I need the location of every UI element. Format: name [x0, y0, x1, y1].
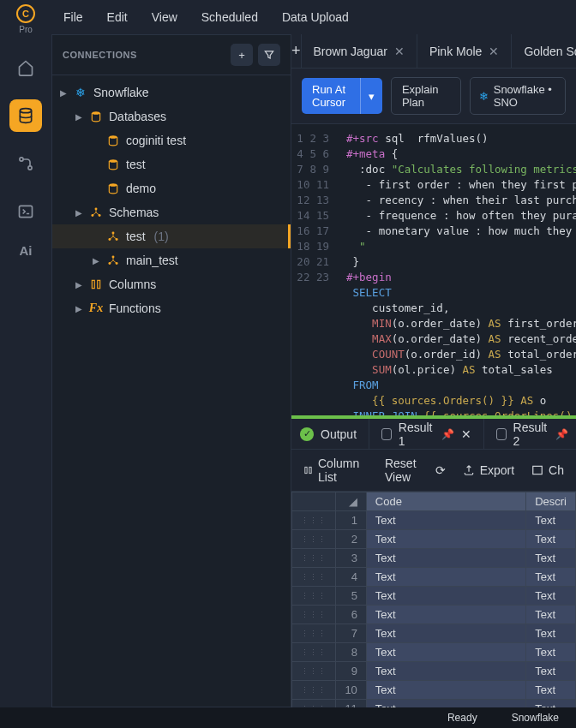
status-connection: Snowflake — [512, 712, 559, 724]
tab-brown-jaguar[interactable]: Brown Jaguar✕ — [302, 34, 417, 68]
pin-icon[interactable]: 📌 — [555, 428, 568, 440]
tree-schemas[interactable]: ▶Schemas — [52, 200, 291, 224]
table-row[interactable]: ⋮⋮⋮8TextText — [292, 643, 576, 662]
menu-data-upload[interactable]: Data Upload — [282, 10, 349, 24]
close-icon[interactable]: ✕ — [489, 45, 499, 58]
menu-file[interactable]: File — [63, 10, 83, 24]
table-row[interactable]: ⋮⋮⋮3TextText — [292, 549, 576, 568]
success-icon: ✓ — [300, 427, 314, 441]
chart-button[interactable]: Ch — [531, 463, 564, 477]
column-list-button[interactable]: Column List — [303, 456, 368, 484]
filter-button[interactable] — [258, 44, 280, 66]
menu-view[interactable]: View — [152, 10, 177, 24]
tree-functions[interactable]: ▶FxFunctions — [52, 296, 291, 320]
svg-rect-17 — [92, 280, 94, 288]
tree-snowflake[interactable]: ▶❄Snowflake — [52, 81, 291, 104]
result-2-tab[interactable]: Result 2📌✕ — [484, 419, 576, 449]
columns-icon — [88, 278, 104, 290]
snowflake-icon: ❄ — [479, 90, 489, 103]
code-editor[interactable]: 1 2 3 4 5 6 7 8 9 10 11 12 13 14 15 16 1… — [291, 124, 576, 415]
table-row[interactable]: ⋮⋮⋮5TextText — [292, 587, 576, 606]
table-row[interactable]: ⋮⋮⋮1TextText — [292, 511, 576, 530]
rail-pipeline[interactable] — [9, 147, 42, 180]
function-icon: Fx — [88, 301, 104, 315]
menu-edit[interactable]: Edit — [107, 10, 128, 24]
result-grid[interactable]: ◢CodeDescri ⋮⋮⋮1TextText⋮⋮⋮2TextText⋮⋮⋮3… — [291, 492, 576, 707]
tab-pink-mole[interactable]: Pink Mole✕ — [417, 34, 512, 68]
tab-golden-squirrel[interactable]: Golden Squirr — [512, 34, 576, 68]
schema-icon — [105, 230, 121, 242]
schema-icon — [105, 254, 121, 266]
run-button[interactable]: Run At Cursor — [302, 78, 369, 114]
add-connection-button[interactable]: + — [231, 44, 253, 66]
column-header-code[interactable]: Code — [366, 492, 525, 511]
run-dropdown[interactable]: ▾ — [360, 78, 382, 114]
svg-rect-20 — [309, 467, 311, 473]
sidebar-title: CONNECTIONS — [63, 50, 137, 60]
svg-point-7 — [109, 183, 117, 187]
column-header-desc[interactable]: Descri — [526, 492, 576, 511]
table-row[interactable]: ⋮⋮⋮4TextText — [292, 568, 576, 587]
output-tab[interactable]: ✓Output — [291, 419, 369, 449]
table-row[interactable]: ⋮⋮⋮7TextText — [292, 624, 576, 643]
tree-db-test[interactable]: test — [52, 152, 291, 176]
explain-plan-button[interactable]: Explain Plan — [391, 77, 461, 115]
svg-point-5 — [109, 135, 117, 139]
tree-schema-test[interactable]: test(1) — [52, 224, 291, 248]
svg-rect-21 — [533, 466, 543, 474]
database-icon — [88, 110, 104, 122]
app-edition: Pro — [19, 25, 33, 34]
menu-scheduled[interactable]: Scheduled — [201, 10, 258, 24]
table-row[interactable]: ⋮⋮⋮9TextText — [292, 662, 576, 681]
database-icon — [105, 182, 121, 194]
status-ready: Ready — [447, 712, 477, 724]
pin-icon[interactable]: 📌 — [441, 428, 454, 440]
svg-rect-19 — [305, 467, 307, 473]
rail-ai[interactable]: Ai — [20, 243, 33, 258]
schema-icon — [88, 206, 104, 218]
connection-chip[interactable]: ❄Snowflake • SNO — [470, 77, 566, 115]
table-row[interactable]: ⋮⋮⋮6TextText — [292, 606, 576, 624]
export-button[interactable]: Export — [463, 463, 514, 477]
new-tab-button[interactable]: + — [291, 34, 302, 69]
svg-point-4 — [92, 111, 99, 115]
close-icon[interactable]: ✕ — [461, 427, 471, 441]
app-logo[interactable]: C — [16, 4, 35, 23]
svg-point-2 — [28, 166, 32, 170]
table-row[interactable]: ⋮⋮⋮11TextText — [292, 700, 576, 708]
svg-point-1 — [20, 158, 23, 161]
tree-databases[interactable]: ▶Databases — [52, 104, 291, 128]
tree-columns[interactable]: ▶Columns — [52, 272, 291, 296]
tree-schema-main-test[interactable]: ▶main_test — [52, 248, 291, 272]
svg-point-14 — [112, 255, 115, 258]
tree-db-demo[interactable]: demo — [52, 176, 291, 200]
main-menu: File Edit View Scheduled Data Upload — [51, 10, 349, 24]
snowflake-icon: ❄ — [73, 86, 88, 99]
refresh-icon: ⟳ — [435, 463, 446, 477]
svg-point-11 — [112, 231, 115, 234]
rail-home[interactable] — [9, 51, 42, 84]
table-row[interactable]: ⋮⋮⋮10TextText — [292, 681, 576, 700]
rail-database[interactable] — [9, 99, 42, 132]
result-icon — [496, 428, 507, 440]
svg-point-6 — [109, 159, 117, 163]
database-icon — [105, 158, 121, 170]
svg-rect-18 — [98, 280, 100, 288]
svg-point-0 — [20, 109, 31, 113]
result-icon — [381, 428, 392, 440]
result-1-tab[interactable]: Result 1📌✕ — [369, 419, 484, 449]
rail-terminal[interactable] — [9, 195, 42, 228]
tree-db-coginiti[interactable]: coginiti test — [52, 128, 291, 152]
svg-point-8 — [95, 207, 98, 210]
reset-view-button[interactable]: Reset View⟳ — [385, 456, 446, 484]
table-row[interactable]: ⋮⋮⋮2TextText — [292, 530, 576, 549]
close-icon[interactable]: ✕ — [394, 45, 405, 58]
database-icon — [105, 134, 121, 146]
